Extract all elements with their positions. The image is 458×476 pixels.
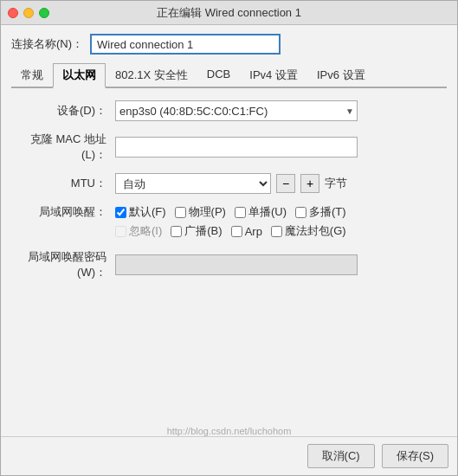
wol-arp[interactable]: Arp <box>231 225 262 238</box>
footer: 取消(C) 保存(S) <box>1 436 457 475</box>
tab-security[interactable]: 802.1X 安全性 <box>106 63 197 87</box>
wol-ignore-checkbox[interactable] <box>115 226 126 237</box>
connection-name-row: 连接名称(N)： <box>11 34 447 55</box>
mtu-row-inner: 自动 − + 字节 <box>115 173 347 194</box>
wol-ignore-label: 忽略(I) <box>129 223 162 239</box>
wol-password-row: 局域网唤醒密码(W)： <box>11 249 447 280</box>
mtu-decrease-button[interactable]: − <box>276 174 295 193</box>
tab-bar: 常规 以太网 802.1X 安全性 DCB IPv4 设置 IPv6 设置 <box>11 63 447 88</box>
cancel-button[interactable]: 取消(C) <box>307 444 375 468</box>
wol-password-control <box>115 254 447 275</box>
wol-unicast[interactable]: 单播(U) <box>235 204 287 220</box>
mtu-increase-button[interactable]: + <box>300 174 319 193</box>
tab-dcb[interactable]: DCB <box>197 63 240 87</box>
wol-row: 局域网唤醒： 默认(F) 物理(P) <box>11 204 447 239</box>
tab-ethernet[interactable]: 以太网 <box>53 63 106 88</box>
connection-name-input[interactable] <box>90 34 281 55</box>
close-button[interactable] <box>8 8 18 18</box>
device-control: enp3s0 (40:8D:5C:C0:C1:FC) <box>115 100 447 121</box>
save-button[interactable]: 保存(S) <box>382 444 448 468</box>
wol-multicast[interactable]: 多播(T) <box>295 204 346 220</box>
mtu-unit-label: 字节 <box>325 176 347 191</box>
wol-password-label: 局域网唤醒密码(W)： <box>11 249 115 280</box>
tab-ipv6[interactable]: IPv6 设置 <box>307 63 375 87</box>
wol-multicast-checkbox[interactable] <box>295 207 306 218</box>
wol-default-label: 默认(F) <box>129 204 166 220</box>
mac-label: 克隆 MAC 地址(L)： <box>11 132 115 163</box>
wol-ignore[interactable]: 忽略(I) <box>115 223 162 239</box>
titlebar: 正在编辑 Wired connection 1 <box>1 1 457 25</box>
main-window: 正在编辑 Wired connection 1 连接名称(N)： 常规 以太网 … <box>0 0 458 476</box>
mtu-control: 自动 − + 字节 <box>115 173 447 194</box>
wol-magic[interactable]: 魔法封包(G) <box>271 223 346 239</box>
wol-checkboxes-wrapper: 默认(F) 物理(P) 单播(U) <box>115 204 346 239</box>
wol-magic-checkbox[interactable] <box>271 226 282 237</box>
maximize-button[interactable] <box>39 8 49 18</box>
wol-physical-checkbox[interactable] <box>175 207 186 218</box>
minimize-button[interactable] <box>23 8 34 18</box>
mtu-row: MTU： 自动 − + 字节 <box>11 173 447 194</box>
wol-broadcast-label: 广播(B) <box>184 223 222 239</box>
mac-control <box>115 137 447 158</box>
wol-physical-label: 物理(P) <box>189 204 226 220</box>
content-area: 连接名称(N)： 常规 以太网 802.1X 安全性 DCB IPv4 设置 I… <box>1 25 457 424</box>
wol-default[interactable]: 默认(F) <box>115 204 166 220</box>
wol-default-checkbox[interactable] <box>115 207 126 218</box>
wol-broadcast-checkbox[interactable] <box>171 226 182 237</box>
tab-general[interactable]: 常规 <box>11 63 53 87</box>
wol-control: 默认(F) 物理(P) 单播(U) <box>115 204 447 239</box>
wol-multicast-label: 多播(T) <box>309 204 346 220</box>
wol-password-input[interactable] <box>115 254 358 275</box>
wol-broadcast[interactable]: 广播(B) <box>171 223 222 239</box>
window-controls <box>8 8 49 18</box>
wol-unicast-checkbox[interactable] <box>235 207 246 218</box>
device-label: 设备(D)： <box>11 103 115 119</box>
wol-label: 局域网唤醒： <box>11 204 115 220</box>
wol-unicast-label: 单播(U) <box>248 204 287 220</box>
device-select-wrapper: enp3s0 (40:8D:5C:C0:C1:FC) <box>115 100 358 121</box>
mtu-label: MTU： <box>11 176 115 191</box>
ethernet-form: 设备(D)： enp3s0 (40:8D:5C:C0:C1:FC) 克隆 MAC… <box>11 100 447 417</box>
device-select[interactable]: enp3s0 (40:8D:5C:C0:C1:FC) <box>115 100 358 121</box>
watermark: http://blog.csdn.net/luchohom <box>1 424 457 436</box>
tab-ipv4[interactable]: IPv4 设置 <box>240 63 307 87</box>
wol-magic-label: 魔法封包(G) <box>285 223 346 239</box>
wol-physical[interactable]: 物理(P) <box>175 204 226 220</box>
mtu-select[interactable]: 自动 <box>115 173 271 194</box>
window-title: 正在编辑 Wired connection 1 <box>157 5 301 21</box>
mac-row: 克隆 MAC 地址(L)： <box>11 132 447 163</box>
wol-arp-label: Arp <box>245 225 262 238</box>
device-row: 设备(D)： enp3s0 (40:8D:5C:C0:C1:FC) <box>11 100 447 121</box>
mac-input[interactable] <box>115 137 358 158</box>
wol-line-1: 默认(F) 物理(P) 单播(U) <box>115 204 346 220</box>
connection-name-label: 连接名称(N)： <box>11 36 83 52</box>
wol-arp-checkbox[interactable] <box>231 226 242 237</box>
wol-line-2: 忽略(I) 广播(B) Arp <box>115 223 346 239</box>
